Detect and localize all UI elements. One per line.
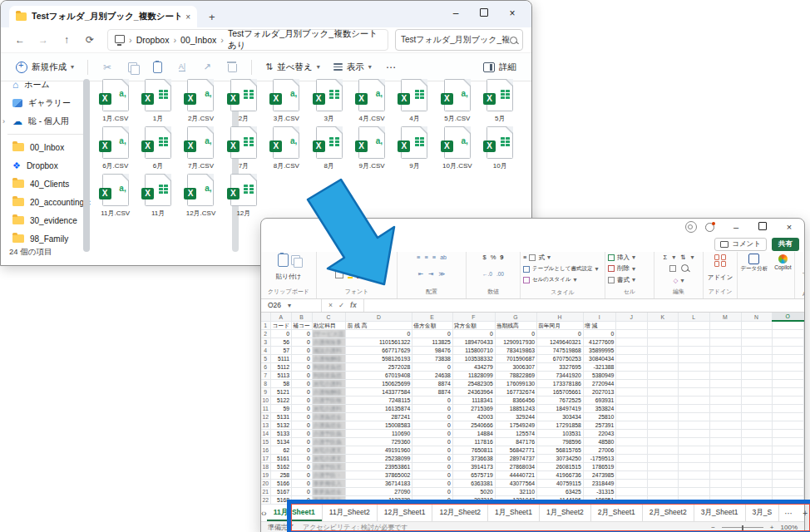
zoom-out-icon[interactable]: − bbox=[711, 524, 715, 531]
file-item[interactable]: X a, 12月 bbox=[222, 170, 264, 218]
zoom-slider[interactable] bbox=[722, 527, 763, 528]
zoom-level[interactable]: 100% bbox=[781, 524, 798, 531]
file-item[interactable]: X a, 10月.CSV bbox=[436, 123, 478, 170]
sheet-tab-3月_S[interactable]: 3月_S bbox=[746, 505, 780, 521]
addins-icon[interactable] bbox=[714, 254, 726, 268]
file-item[interactable]: X a, 7月.CSV bbox=[180, 123, 222, 170]
file-item[interactable]: X a, 2月 bbox=[222, 76, 264, 123]
delete-button[interactable]: 削除▾ bbox=[608, 264, 651, 273]
sidebar-item-00-inbox[interactable]: › 00_Inbox bbox=[1, 138, 91, 156]
file-item[interactable]: X a, 10月 bbox=[479, 123, 521, 170]
column-header-A[interactable]: A bbox=[271, 313, 292, 321]
view-button[interactable]: 表示 ▾ bbox=[328, 57, 377, 77]
back-icon[interactable]: ← bbox=[9, 34, 31, 46]
comments-button[interactable]: コメント bbox=[714, 238, 767, 251]
analyze-data-button[interactable]: データ分析 bbox=[740, 254, 768, 271]
redacted-cell[interactable]: 居宅介護料 bbox=[312, 405, 346, 413]
insert-button[interactable]: 挿入▾ bbox=[608, 254, 651, 262]
column-header-F[interactable]: F bbox=[452, 313, 495, 321]
file-item[interactable]: X a, 4月 bbox=[393, 76, 436, 123]
format-button[interactable]: 書式▾ bbox=[608, 276, 651, 284]
share-button[interactable]: 共有 bbox=[772, 238, 799, 251]
redacted-cell[interactable]: 介護予防・ bbox=[312, 471, 346, 480]
column-header-E[interactable]: E bbox=[412, 313, 453, 321]
new-tab-button[interactable]: + bbox=[209, 11, 215, 23]
file-item[interactable]: X a, 11月 bbox=[136, 170, 179, 218]
delete-icon[interactable] bbox=[221, 57, 243, 77]
redacted-cell[interactable]: 利用者負担 bbox=[312, 372, 346, 380]
sort-filter-icon[interactable]: ⇅ bbox=[680, 254, 685, 261]
currency-icon[interactable]: $ bbox=[482, 254, 486, 261]
redacted-cell[interactable]: 事業負担金 bbox=[312, 488, 346, 496]
indent-decrease-icon[interactable]: ⇤ bbox=[418, 270, 423, 278]
redacted-cell[interactable]: 介護負担金 bbox=[312, 413, 346, 421]
sidebar-item-98-family[interactable]: › 98_Family bbox=[1, 229, 91, 248]
paste-icon[interactable] bbox=[146, 57, 168, 77]
sidebar-scrollbar[interactable] bbox=[83, 79, 90, 252]
file-item[interactable]: X a, 11月.CSV bbox=[94, 170, 136, 218]
borders-icon[interactable] bbox=[335, 270, 343, 278]
file-item[interactable]: X a, 1月.CSV bbox=[94, 76, 136, 123]
italic-icon[interactable]: I bbox=[352, 254, 353, 261]
column-header-B[interactable]: B bbox=[292, 313, 313, 321]
orientation-icon[interactable]: ≫ bbox=[438, 270, 445, 278]
fill-color-icon[interactable]: ◇ bbox=[348, 269, 353, 278]
spreadsheet-grid[interactable]: ABCDEFGHIJKLMNO1コード補コー勘定科目前 残 高借方金額貸方金額当… bbox=[261, 313, 804, 505]
minimize-icon[interactable]: – bbox=[442, 4, 470, 22]
format-as-table-button[interactable]: テーブルとして書式設定▾ bbox=[523, 265, 602, 273]
file-item[interactable]: X a, 6月 bbox=[136, 123, 179, 170]
forward-icon[interactable]: → bbox=[32, 34, 54, 46]
column-header-G[interactable]: G bbox=[495, 313, 536, 321]
file-item[interactable]: X a, 1月 bbox=[136, 76, 179, 123]
file-item[interactable]: X a, 3月 bbox=[308, 76, 350, 123]
sheet-tab-12月_Sheet1[interactable]: 12月_Sheet1 bbox=[378, 505, 433, 521]
column-header-I[interactable]: I bbox=[583, 313, 616, 321]
redacted-cell[interactable]: 居宅介護料 bbox=[312, 380, 346, 388]
copy-icon[interactable] bbox=[291, 255, 300, 265]
notifications-icon[interactable] bbox=[705, 223, 714, 232]
maximize-icon[interactable] bbox=[470, 4, 498, 22]
redacted-cell[interactable]: 事業負担金 bbox=[312, 496, 346, 505]
paste-button[interactable]: 貼り付け bbox=[264, 273, 314, 281]
breadcrumb-dropbox[interactable]: Dropbox bbox=[136, 35, 170, 45]
copy-icon[interactable] bbox=[121, 57, 143, 77]
column-header-J[interactable]: J bbox=[616, 313, 648, 321]
redacted-cell[interactable]: (サービス活 bbox=[312, 330, 346, 338]
accessibility-status[interactable]: アクセシビリティ: 検討が必要です bbox=[303, 523, 408, 532]
fill-icon[interactable] bbox=[669, 265, 676, 272]
zoom-in-icon[interactable]: + bbox=[770, 524, 774, 531]
clear-icon[interactable]: ◇ bbox=[674, 277, 679, 284]
addins-button[interactable]: アドイン bbox=[706, 274, 734, 282]
percent-icon[interactable]: % bbox=[491, 254, 496, 261]
cancel-icon[interactable]: × bbox=[328, 301, 333, 309]
redacted-cell[interactable]: 利用者負担 bbox=[312, 363, 346, 372]
close-icon[interactable]: × bbox=[778, 222, 801, 232]
file-item[interactable]: X a, 3月.CSV bbox=[265, 76, 308, 123]
sheet-tab-2月_Sheet2[interactable]: 2月_Sheet2 bbox=[643, 505, 694, 521]
redacted-cell[interactable]: 介護負担金 bbox=[312, 421, 346, 430]
refresh-icon[interactable]: ⟳ bbox=[79, 34, 101, 46]
file-item[interactable]: X a, 7月 bbox=[222, 123, 264, 170]
breadcrumb-folder[interactable]: Testフォルダ_月別ブック_複数シートあり bbox=[228, 28, 381, 52]
column-header-O[interactable]: O bbox=[773, 313, 804, 321]
redacted-cell[interactable]: 居宅介護支 bbox=[312, 446, 346, 455]
file-item[interactable]: X a, 5月 bbox=[479, 76, 521, 123]
align-left-icon[interactable]: ≡ bbox=[417, 254, 420, 261]
sidebar-item-home[interactable]: › ホーム bbox=[1, 76, 91, 94]
new-button[interactable]: 新規作成 ▾ bbox=[11, 57, 79, 77]
create-pdf-button[interactable]: PDF を作成し てリンクを共有 bbox=[798, 254, 804, 278]
sheet-tab-1月_Sheet1[interactable]: 1月_Sheet1 bbox=[488, 505, 540, 521]
minimize-icon[interactable]: – bbox=[724, 222, 748, 232]
redacted-cell[interactable]: 介護報酬収 bbox=[312, 355, 346, 363]
file-item[interactable]: X a, 9月.CSV bbox=[350, 123, 393, 170]
close-icon[interactable]: × bbox=[498, 4, 526, 22]
bold-icon[interactable]: B bbox=[343, 254, 348, 261]
autosum-icon[interactable]: Σ bbox=[664, 254, 668, 261]
redacted-cell[interactable]: 介護報酬収 bbox=[312, 388, 346, 397]
align-center-icon[interactable]: ≡ bbox=[424, 254, 427, 261]
sidebar-item-dropbox[interactable]: › Dropbox bbox=[1, 156, 91, 175]
account-icon[interactable] bbox=[685, 221, 697, 233]
phonetic-icon[interactable]: 亜 bbox=[365, 270, 371, 278]
name-box[interactable]: O26 ▾ bbox=[261, 299, 322, 313]
column-header-M[interactable]: M bbox=[709, 313, 741, 321]
